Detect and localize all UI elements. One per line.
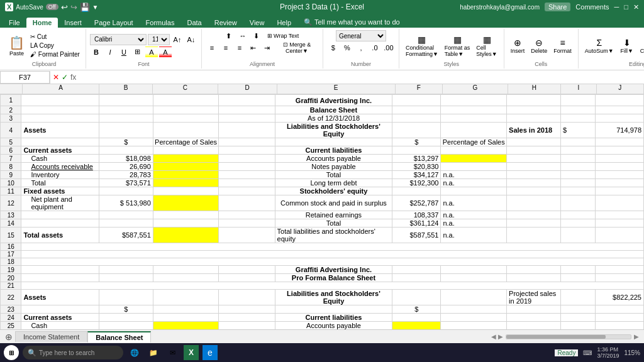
cell-j4[interactable]: 714,978 xyxy=(595,123,643,138)
cell-h3[interactable] xyxy=(507,114,561,123)
cell-c1[interactable] xyxy=(153,95,219,106)
format-cells-button[interactable]: ≡ Format xyxy=(551,36,574,55)
cell-j6[interactable] xyxy=(595,146,643,155)
cell-f11[interactable] xyxy=(392,187,441,195)
autosum-button[interactable]: Σ AutoSum▼ xyxy=(582,36,616,55)
save-icon[interactable]: 💾 xyxy=(80,3,90,12)
cell-d12[interactable] xyxy=(219,195,275,211)
cell-h6[interactable] xyxy=(507,146,561,155)
cell-g9[interactable]: n.a. xyxy=(441,171,507,179)
fill-color-button[interactable]: A xyxy=(145,47,158,58)
cell-f23[interactable]: $ xyxy=(392,305,441,314)
cell-g3[interactable] xyxy=(441,114,507,123)
comma-button[interactable]: , xyxy=(355,42,367,53)
cell-g11[interactable] xyxy=(441,187,507,195)
align-left-button[interactable]: ≡ xyxy=(206,42,218,53)
cell-d4[interactable] xyxy=(219,123,275,138)
cell-f12[interactable]: $252,787 xyxy=(392,195,441,211)
cell-a6[interactable]: Current assets xyxy=(21,146,99,155)
underline-button[interactable]: U xyxy=(118,47,130,58)
cell-g2[interactable] xyxy=(441,106,507,114)
cell-e13[interactable]: Retained earnings xyxy=(275,211,392,219)
cell-e1[interactable]: Graffiti Advertising Inc. xyxy=(275,95,392,106)
cell-b4[interactable] xyxy=(99,123,153,138)
cell-c4[interactable] xyxy=(153,123,219,138)
cell-i6[interactable] xyxy=(561,146,596,155)
cell-b13[interactable] xyxy=(99,211,153,219)
formula-input[interactable] xyxy=(79,74,644,81)
cell-e22[interactable]: Liabilities and Stockholders' Equity xyxy=(275,290,392,305)
cell-a14[interactable] xyxy=(21,219,99,228)
cell-c25[interactable] xyxy=(153,322,219,330)
cell-d5[interactable] xyxy=(219,138,275,146)
paste-button[interactable]: 📋 Paste xyxy=(6,34,27,58)
cell-styles-button[interactable]: ▦ CellStyles▼ xyxy=(474,33,499,58)
font-selector[interactable]: Calibri xyxy=(90,34,147,45)
fill-button[interactable]: ⬇ Fill▼ xyxy=(618,36,636,55)
border-button[interactable]: ⊞ xyxy=(131,47,144,58)
cell-h15[interactable] xyxy=(507,228,561,243)
align-top-button[interactable]: ⬆ xyxy=(223,30,235,41)
taskbar-icon-edge[interactable]: e xyxy=(203,345,218,360)
insert-function-icon[interactable]: fx xyxy=(70,73,76,82)
number-format-selector[interactable]: General xyxy=(336,30,386,41)
cell-i1[interactable] xyxy=(561,95,596,106)
cell-j3[interactable] xyxy=(595,114,643,123)
cell-j10[interactable] xyxy=(595,179,643,187)
cell-h2[interactable] xyxy=(507,106,561,114)
align-center-button[interactable]: ≡ xyxy=(219,42,232,53)
tab-file[interactable]: File xyxy=(3,18,26,28)
cell-h13[interactable] xyxy=(507,211,561,219)
cell-b7[interactable]: $18,098 xyxy=(99,155,153,163)
cell-f9[interactable]: $34,127 xyxy=(392,171,441,179)
cell-f5[interactable]: $ xyxy=(392,138,441,146)
close-button[interactable]: ✕ xyxy=(633,3,639,11)
cell-c8[interactable] xyxy=(153,163,219,171)
cell-i3[interactable] xyxy=(561,114,596,123)
cell-j5[interactable] xyxy=(595,138,643,146)
cell-b11[interactable] xyxy=(99,187,153,195)
cell-j8[interactable] xyxy=(595,163,643,171)
cell-h14[interactable] xyxy=(507,219,561,228)
cell-d6[interactable] xyxy=(219,146,275,155)
cell-g7[interactable] xyxy=(441,155,507,163)
cut-button[interactable]: ✂ Cut xyxy=(28,33,82,41)
cell-a12[interactable]: Net plant and equipment xyxy=(21,195,99,211)
increase-indent-button[interactable]: ⇥ xyxy=(261,42,274,53)
col-header-f[interactable]: F xyxy=(396,84,443,94)
cell-f13[interactable]: 108,337 xyxy=(392,211,441,219)
cell-b9[interactable]: 28,783 xyxy=(99,171,153,179)
tab-help[interactable]: Help xyxy=(270,18,297,28)
cell-f15[interactable]: $587,551 xyxy=(392,228,441,243)
cell-h11[interactable] xyxy=(507,187,561,195)
cell-h22[interactable]: Projected sales in 2019 xyxy=(507,290,561,305)
cell-a10[interactable]: Total xyxy=(21,179,99,187)
cell-j7[interactable] xyxy=(595,155,643,163)
cell-e20[interactable]: Pro Forma Balance Sheet xyxy=(275,274,392,282)
cell-d9[interactable] xyxy=(219,171,275,179)
col-header-e[interactable]: E xyxy=(277,84,396,94)
merge-center-button[interactable]: ⊡ Merge & Center▼ xyxy=(275,42,319,53)
cell-b10[interactable]: $73,571 xyxy=(99,179,153,187)
cell-g14[interactable]: n.a. xyxy=(441,219,507,228)
cell-j9[interactable] xyxy=(595,171,643,179)
cell-i12[interactable] xyxy=(561,195,596,211)
minimize-button[interactable]: ─ xyxy=(614,3,619,11)
clear-button[interactable]: ✗ Clear▼ xyxy=(638,36,644,55)
keyboard-icon[interactable]: ⌨ xyxy=(583,349,592,356)
cell-d8[interactable] xyxy=(219,163,275,171)
cell-j22[interactable]: $822,225 xyxy=(595,290,643,305)
font-color-button[interactable]: A xyxy=(159,47,172,58)
cell-h5[interactable] xyxy=(507,138,561,146)
cell-e7[interactable]: Accounts payable xyxy=(275,155,392,163)
tab-insert[interactable]: Insert xyxy=(58,18,88,28)
cell-d15[interactable] xyxy=(219,228,275,243)
col-header-d[interactable]: D xyxy=(218,84,277,94)
dropdown-icon[interactable]: ▼ xyxy=(92,4,99,11)
align-right-button[interactable]: ≡ xyxy=(233,42,246,53)
taskbar-icon-mail[interactable]: ✉ xyxy=(165,345,180,360)
cell-c5[interactable]: Percentage of Sales xyxy=(153,138,219,146)
cell-f6[interactable] xyxy=(392,146,441,155)
cell-b6[interactable] xyxy=(99,146,153,155)
format-as-table-button[interactable]: ▦ Format asTable▼ xyxy=(442,33,473,58)
